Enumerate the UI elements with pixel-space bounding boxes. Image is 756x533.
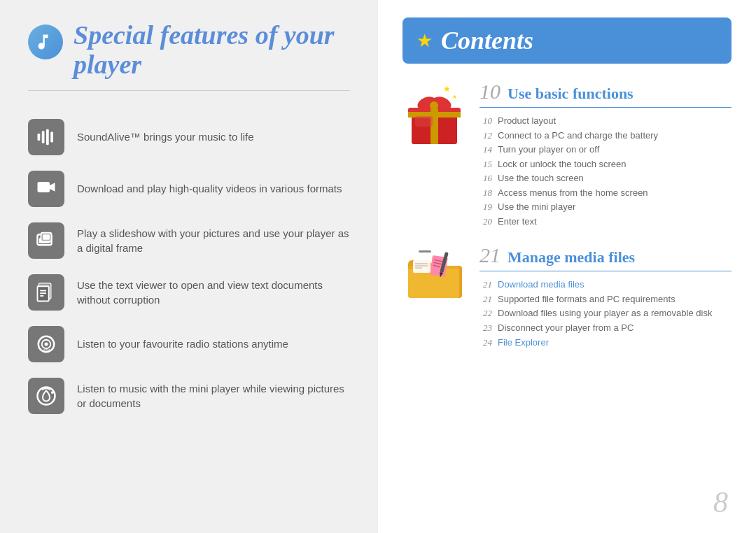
- svg-rect-0: [38, 134, 41, 141]
- music-note-icon: [28, 24, 63, 59]
- gift-box-image: ★ ★: [402, 81, 465, 227]
- section-content-basic: 10 Use basic functions 10 Product layout…: [479, 81, 732, 227]
- feature-text-miniplayer: Listen to music with the mini player whi…: [77, 381, 350, 411]
- svg-text:★: ★: [452, 94, 457, 100]
- svg-rect-4: [38, 182, 50, 192]
- soundalive-icon: [28, 119, 64, 155]
- right-panel: ★ Contents ★ ★: [378, 0, 756, 533]
- left-panel: Special features of your player SoundAli…: [0, 0, 378, 533]
- section-heading-basic: 10 Use basic functions: [479, 81, 732, 108]
- toc-item: 20 Enter text: [479, 215, 732, 228]
- toc-item: 22 Download files using your player as a…: [479, 307, 732, 320]
- page-number: 8: [713, 485, 728, 519]
- folder-image: [402, 245, 465, 348]
- svg-marker-5: [50, 183, 55, 192]
- feature-item-soundalive: SoundAlive™ brings your music to life: [28, 119, 350, 155]
- feature-item-radio: FM Listen to your favourite radio statio…: [28, 326, 350, 362]
- section-basic-functions: ★ ★: [402, 81, 732, 227]
- toc-item: 19 Use the mini player: [479, 201, 732, 213]
- photo-icon: [28, 222, 64, 259]
- section-title-media: Manage media files: [507, 248, 635, 266]
- feature-item-textviewer: Use the text viewer to open and view tex…: [28, 274, 350, 311]
- feature-text-soundalive: SoundAlive™ brings your music to life: [77, 129, 254, 144]
- feature-text-radio: Listen to your favourite radio stations …: [77, 336, 288, 351]
- left-header: Special features of your player: [28, 21, 350, 91]
- toc-item: 21 Download media files: [479, 278, 732, 291]
- toc-item: 21 Supported file formats and PC require…: [479, 293, 732, 306]
- toc-list-media: 21 Download media files 21 Supported fil…: [479, 278, 732, 348]
- star-icon: ★: [416, 30, 433, 52]
- feature-item-miniplayer: Listen to music with the mini player whi…: [28, 378, 350, 414]
- toc-item: 23 Disconnect your player from a PC: [479, 322, 732, 334]
- toc-item: 15 Lock or unlock the touch screen: [479, 158, 732, 171]
- svg-rect-2: [46, 129, 49, 145]
- video-icon: [28, 171, 64, 207]
- section-content-media: 21 Manage media files 21 Download media …: [479, 245, 732, 348]
- svg-text:FM: FM: [43, 348, 50, 353]
- svg-text:★: ★: [443, 84, 451, 94]
- toc-item: 16 Use the touch screen: [479, 172, 732, 185]
- miniplayer-icon: [28, 378, 64, 414]
- toc-item: 18 Access menus from the home screen: [479, 187, 732, 199]
- feature-text-textviewer: Use the text viewer to open and view tex…: [77, 278, 350, 307]
- feature-list: SoundAlive™ brings your music to life Do…: [28, 119, 350, 414]
- section-number-media: 21: [479, 245, 500, 266]
- svg-rect-44: [413, 260, 430, 273]
- contents-header: ★ Contents: [402, 17, 732, 64]
- toc-item: 10 Product layout: [479, 115, 732, 127]
- contents-title: Contents: [441, 26, 533, 55]
- svg-rect-34: [415, 116, 433, 127]
- svg-rect-9: [43, 234, 50, 240]
- section-heading-media: 21 Manage media files: [479, 245, 732, 271]
- toc-list-basic: 10 Product layout 12 Connect to a PC and…: [479, 115, 732, 227]
- section-manage-media: 21 Manage media files 21 Download media …: [402, 245, 732, 348]
- feature-item-video: Download and play high-quality videos in…: [28, 171, 350, 207]
- svg-rect-33: [432, 102, 437, 123]
- feature-text-slideshow: Play a slideshow with your pictures and …: [77, 226, 350, 255]
- toc-item: 24 File Explorer: [479, 336, 732, 349]
- section-title-basic: Use basic functions: [507, 85, 634, 103]
- svg-rect-43: [419, 250, 431, 253]
- feature-text-video: Download and play high-quality videos in…: [77, 181, 342, 196]
- svg-rect-1: [42, 131, 45, 143]
- svg-point-21: [45, 342, 48, 346]
- toc-item: 14 Turn your player on or off: [479, 143, 732, 156]
- svg-point-23: [51, 391, 54, 394]
- page-title: Special features of your player: [74, 21, 350, 80]
- section-number-basic: 10: [479, 81, 500, 102]
- toc-item: 12 Connect to a PC and charge the batter…: [479, 129, 732, 142]
- text-viewer-icon: [28, 274, 64, 311]
- feature-item-slideshow: Play a slideshow with your pictures and …: [28, 222, 350, 259]
- radio-icon: FM: [28, 326, 64, 362]
- svg-rect-3: [50, 132, 53, 142]
